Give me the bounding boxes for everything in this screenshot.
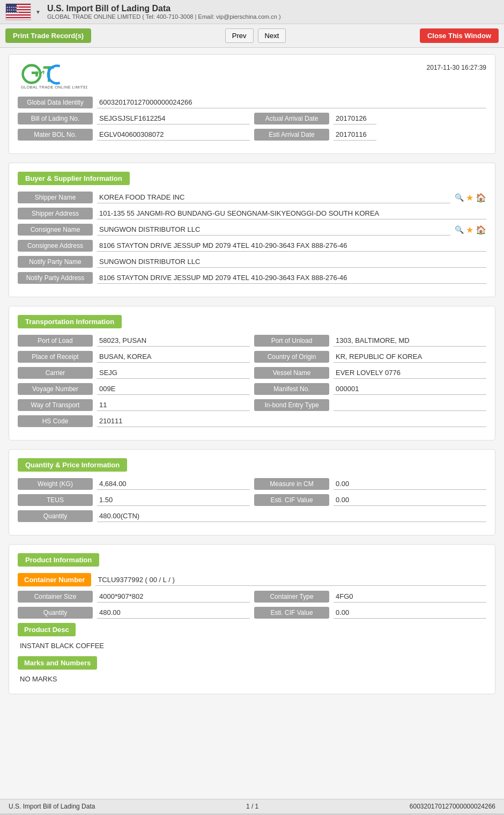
global-data-card: GLOBAL TRADE ONLINE LIMITED 2017-11-30 1… bbox=[9, 54, 495, 154]
port-unload-group: Port of Unload 1303, BALTIMORE, MD bbox=[254, 335, 486, 347]
product-quantity-label: Quantity bbox=[18, 607, 93, 619]
prev-button[interactable]: Prev bbox=[225, 28, 254, 43]
print-button[interactable]: Print Trade Record(s) bbox=[5, 28, 91, 43]
mater-bol-group: Mater BOL No. EGLV040600308072 bbox=[18, 129, 250, 141]
gtc-logo: GLOBAL TRADE ONLINE LIMITED bbox=[18, 63, 87, 90]
bol-value: SEJGSJSLF1612254 bbox=[97, 113, 250, 124]
buyer-supplier-card: Buyer & Supplier Information Shipper Nam… bbox=[9, 163, 495, 297]
country-origin-group: Country of Origin KR, REPUBLIC OF KOREA bbox=[254, 351, 486, 363]
footer-bar: U.S. Import Bill of Lading Data 1 / 1 60… bbox=[0, 799, 504, 813]
consignee-name-value: SUNGWON DISTRIBUTOR LLC bbox=[97, 224, 450, 236]
transportation-card: Transportation Information Port of Load … bbox=[9, 306, 495, 440]
buyer-supplier-header: Buyer & Supplier Information bbox=[18, 172, 486, 185]
weight-label: Weight (KG) bbox=[18, 478, 93, 490]
esti-cif-value: 0.00 bbox=[333, 494, 486, 506]
mater-bol-row: Mater BOL No. EGLV040600308072 Esti Arri… bbox=[18, 129, 486, 141]
product-quantity-value: 480.00 bbox=[97, 607, 250, 619]
manifest-no-label: Manifest No. bbox=[254, 383, 329, 395]
weight-value: 4,684.00 bbox=[97, 478, 250, 490]
hs-code-value: 210111 bbox=[97, 415, 486, 427]
shipper-search-icon[interactable]: 🔍 bbox=[455, 193, 464, 202]
manifest-group: Manifest No. 000001 bbox=[254, 383, 486, 395]
esti-arrival-label: Esti Arrival Date bbox=[254, 129, 329, 141]
shipper-address-row: Shipper Address 101-135 55 JANGMI-RO BUN… bbox=[18, 208, 486, 219]
top-bar: ★★★★★★ ★★★★★ ★★★★★★ ▼ U.S. Import Bill o… bbox=[0, 0, 504, 24]
measure-group: Measure in CM 0.00 bbox=[254, 478, 486, 490]
port-load-group: Port of Load 58023, PUSAN bbox=[18, 335, 250, 347]
product-cif-group: Esti. CIF Value 0.00 bbox=[254, 607, 486, 619]
country-of-origin-value: KR, REPUBLIC OF KOREA bbox=[333, 351, 486, 363]
carrier-value: SEJG bbox=[97, 367, 250, 379]
inbond-group: In-bond Entry Type bbox=[254, 399, 486, 411]
container-size-group: Container Size 4000*907*802 bbox=[18, 591, 250, 603]
place-of-receipt-value: BUSAN, KOREA bbox=[97, 351, 250, 363]
product-desc-button[interactable]: Product Desc bbox=[18, 623, 76, 636]
esti-cif-label: Esti. CIF Value bbox=[254, 494, 329, 506]
consignee-address-label: Consignee Address bbox=[18, 240, 93, 252]
quantity-value: 480.00(CTN) bbox=[97, 510, 486, 522]
quantity-price-header: Quantity & Price Information bbox=[18, 458, 486, 472]
toolbar: Print Trade Record(s) Prev Next Close Th… bbox=[0, 24, 504, 48]
container-number-button[interactable]: Container Number bbox=[18, 573, 91, 586]
product-info-title: Product Information bbox=[18, 553, 99, 567]
notify-party-address-label: Notify Party Address bbox=[18, 272, 93, 284]
teus-value: 1.50 bbox=[97, 494, 250, 506]
place-of-receipt-label: Place of Receipt bbox=[18, 351, 93, 363]
notify-party-name-label: Notify Party Name bbox=[18, 256, 93, 268]
shipper-name-row: Shipper Name KOREA FOOD TRADE INC 🔍 ★ 🏠 bbox=[18, 192, 486, 203]
bol-group: Bill of Lading No. SEJGSJSLF1612254 bbox=[18, 113, 250, 124]
svg-rect-13 bbox=[35, 71, 38, 76]
port-of-unload-label: Port of Unload bbox=[254, 335, 329, 347]
teus-label: TEUS bbox=[18, 494, 93, 506]
measure-value: 0.00 bbox=[333, 478, 486, 490]
transportation-title: Transportation Information bbox=[18, 315, 122, 328]
receipt-origin-row: Place of Receipt BUSAN, KOREA Country of… bbox=[18, 351, 486, 363]
quantity-price-card: Quantity & Price Information Weight (KG)… bbox=[9, 449, 495, 535]
container-size-label: Container Size bbox=[18, 591, 93, 603]
consignee-search-icon[interactable]: 🔍 bbox=[455, 225, 464, 234]
carrier-label: Carrier bbox=[18, 367, 93, 379]
next-button[interactable]: Next bbox=[258, 28, 286, 43]
container-number-row: Container Number TCLU9377992 ( 00 / L / … bbox=[18, 573, 486, 586]
in-bond-entry-value bbox=[333, 399, 486, 411]
page-title: U.S. Import Bill of Lading Data bbox=[47, 4, 281, 13]
vessel-group: Vessel Name EVER LOVELY 0776 bbox=[254, 367, 486, 379]
manifest-no-value: 000001 bbox=[333, 383, 486, 395]
esti-arrival-group: Esti Arrival Date 20170116 bbox=[254, 129, 486, 141]
way-of-transport-label: Way of Transport bbox=[18, 399, 93, 411]
weight-measure-row: Weight (KG) 4,684.00 Measure in CM 0.00 bbox=[18, 478, 486, 490]
marks-button[interactable]: Marks and Numbers bbox=[18, 656, 97, 670]
global-data-identity-row: Global Data Identity 6003201701270000000… bbox=[18, 97, 486, 108]
port-row: Port of Load 58023, PUSAN Port of Unload… bbox=[18, 335, 486, 347]
consignee-name-icons: 🔍 ★ 🏠 bbox=[455, 225, 486, 235]
consignee-star-icon[interactable]: ★ bbox=[466, 225, 473, 235]
esti-cif-group: Esti. CIF Value 0.00 bbox=[254, 494, 486, 506]
consignee-name-label: Consignee Name bbox=[18, 224, 93, 236]
voyage-number-value: 009E bbox=[97, 383, 250, 395]
flag-icon: ★★★★★★ ★★★★★ ★★★★★★ bbox=[5, 3, 31, 20]
footer-center: 1 / 1 bbox=[246, 803, 258, 810]
main-content: GLOBAL TRADE ONLINE LIMITED 2017-11-30 1… bbox=[0, 48, 504, 799]
shipper-address-label: Shipper Address bbox=[18, 208, 93, 219]
container-type-group: Container Type 4FG0 bbox=[254, 591, 486, 603]
svg-text:★★★★★★: ★★★★★★ bbox=[6, 11, 19, 14]
consignee-address-value: 8106 STAYTON DRIVE JESSUP MD 2079 4TEL 4… bbox=[97, 240, 486, 252]
dropdown-arrow[interactable]: ▼ bbox=[35, 9, 41, 15]
consignee-home-icon[interactable]: 🏠 bbox=[476, 225, 486, 235]
shipper-star-icon[interactable]: ★ bbox=[466, 193, 473, 203]
bol-row: Bill of Lading No. SEJGSJSLF1612254 Actu… bbox=[18, 113, 486, 124]
shipper-name-icons: 🔍 ★ 🏠 bbox=[455, 193, 486, 203]
container-type-label: Container Type bbox=[254, 591, 329, 603]
notify-party-address-value: 8106 STAYTON DRIVE JESSUP MD 2079 4TEL 4… bbox=[97, 272, 486, 284]
carrier-vessel-row: Carrier SEJG Vessel Name EVER LOVELY 077… bbox=[18, 367, 486, 379]
way-inbond-row: Way of Transport 11 In-bond Entry Type bbox=[18, 399, 486, 411]
svg-text:GLOBAL TRADE ONLINE LIMITED: GLOBAL TRADE ONLINE LIMITED bbox=[21, 85, 87, 90]
product-desc-value: INSTANT BLACK COFFEE bbox=[18, 640, 486, 652]
shipper-name-value: KOREA FOOD TRADE INC bbox=[97, 192, 450, 203]
page-subtitle: GLOBAL TRADE ONLINE LIMITED ( Tel: 400-7… bbox=[47, 13, 281, 20]
in-bond-entry-label: In-bond Entry Type bbox=[254, 399, 329, 411]
carrier-group: Carrier SEJG bbox=[18, 367, 250, 379]
shipper-home-icon[interactable]: 🏠 bbox=[476, 193, 486, 203]
close-button[interactable]: Close This Window bbox=[420, 28, 499, 43]
measure-label: Measure in CM bbox=[254, 478, 329, 490]
